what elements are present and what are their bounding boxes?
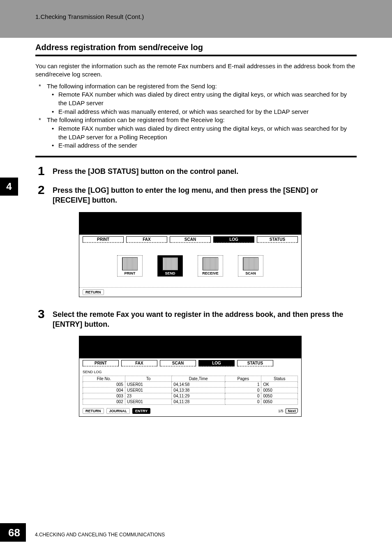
cell: 004 bbox=[83, 388, 125, 393]
breadcrumb: 1.Checking Transmission Result (Cont.) bbox=[35, 13, 392, 20]
tab-row: PRINT FAX SCAN LOG STATUS bbox=[79, 235, 301, 245]
icon-label: RECEIVE bbox=[199, 271, 222, 275]
page-indicator: 1/5 bbox=[278, 409, 284, 413]
cell: 0050 bbox=[261, 399, 298, 405]
screen-header bbox=[79, 212, 301, 235]
cell: 0 bbox=[225, 388, 261, 393]
tab-status[interactable]: STATUS bbox=[257, 236, 298, 243]
tab-fax[interactable]: FAX bbox=[121, 360, 157, 367]
send-icon bbox=[162, 257, 178, 270]
log-receive-button[interactable]: RECEIVE bbox=[198, 255, 223, 277]
tab-row: PRINT FAX SCAN LOG STATUS bbox=[79, 358, 301, 369]
scan-icon bbox=[243, 257, 258, 270]
tab-print[interactable]: PRINT bbox=[83, 360, 119, 367]
step-number: 1 bbox=[38, 165, 48, 177]
cell: 002 bbox=[83, 399, 125, 405]
list-item: The following information can be registe… bbox=[35, 116, 357, 150]
cell: 0 bbox=[225, 393, 261, 399]
tab-scan[interactable]: SCAN bbox=[170, 236, 211, 243]
icon-label: SEND bbox=[159, 271, 182, 275]
cell: 0050 bbox=[261, 388, 298, 393]
col-datetime: Date,Time bbox=[172, 376, 225, 382]
return-button[interactable]: RETURN bbox=[83, 289, 104, 295]
step-3: 3 Select the remote Fax you want to regi… bbox=[38, 308, 357, 330]
divider bbox=[35, 156, 357, 157]
table-row[interactable]: 005 USER01 04,14:58 1 OK bbox=[83, 382, 298, 388]
step-text: Press the [JOB STATUS] button on the con… bbox=[53, 165, 238, 177]
tab-print[interactable]: PRINT bbox=[83, 236, 124, 243]
list-title: SEND LOG bbox=[79, 369, 301, 376]
cell: 04,11:28 bbox=[172, 399, 225, 405]
cell: 04,11:29 bbox=[172, 393, 225, 399]
step-text: Press the [LOG] button to enter the log … bbox=[53, 184, 357, 205]
bottom-bar: RETURN JOURNAL ENTRY 1/5 Next bbox=[79, 407, 301, 416]
cell: 005 bbox=[83, 382, 125, 388]
tab-fax[interactable]: FAX bbox=[126, 236, 167, 243]
receive-icon bbox=[203, 257, 218, 270]
entry-button[interactable]: ENTRY bbox=[132, 408, 150, 414]
tab-log[interactable]: LOG bbox=[213, 236, 254, 243]
cell: 0050 bbox=[261, 393, 298, 399]
list-item-text: The following information can be registe… bbox=[47, 83, 217, 90]
icon-label: PRINT bbox=[118, 271, 141, 275]
cell: 04,14:58 bbox=[172, 382, 225, 388]
log-scan-button[interactable]: SCAN bbox=[238, 255, 263, 277]
col-pages: Pages bbox=[225, 376, 261, 382]
cell: USER01 bbox=[125, 399, 171, 405]
tab-log[interactable]: LOG bbox=[198, 360, 235, 367]
table-header-row: File No. To Date,Time Pages Status bbox=[83, 376, 298, 382]
list-item: The following information can be registe… bbox=[35, 82, 357, 116]
table-row[interactable]: 004 USER01 04,13:38 0 0050 bbox=[83, 388, 298, 393]
intro-text: You can register the information such as… bbox=[35, 62, 357, 79]
info-list: The following information can be registe… bbox=[35, 82, 357, 150]
pager: 1/5 Next bbox=[278, 409, 298, 413]
cell: 23 bbox=[125, 393, 171, 399]
cell: 003 bbox=[83, 393, 125, 399]
table-row[interactable]: 002 USER01 04,11:28 0 0050 bbox=[83, 399, 298, 405]
step-1: 1 Press the [JOB STATUS] button on the c… bbox=[38, 165, 357, 177]
col-status: Status bbox=[261, 376, 298, 382]
page-footer: 68 4.CHECKING AND CANCELING THE COMMUNIC… bbox=[0, 523, 165, 542]
tab-status[interactable]: STATUS bbox=[237, 360, 273, 367]
device-screen-send-log: PRINT FAX SCAN LOG STATUS SEND LOG File … bbox=[79, 336, 302, 417]
page-header: 1.Checking Transmission Result (Cont.) bbox=[0, 0, 392, 38]
cell: USER01 bbox=[125, 388, 171, 393]
screen-header bbox=[79, 336, 301, 358]
send-log-table: File No. To Date,Time Pages Status 005 U… bbox=[83, 376, 298, 405]
cell: USER01 bbox=[125, 382, 171, 388]
step-number: 3 bbox=[38, 308, 48, 330]
device-screen-log-menu: PRINT FAX SCAN LOG STATUS PRINT SEND REC… bbox=[79, 212, 302, 297]
cell: 0 bbox=[225, 399, 261, 405]
printer-icon bbox=[122, 257, 138, 270]
step-2: 2 Press the [LOG] button to enter the lo… bbox=[38, 184, 357, 205]
sub-list-item: E-mail address of the sender bbox=[47, 141, 357, 150]
table-row[interactable]: 003 23 04,11:29 0 0050 bbox=[83, 393, 298, 399]
section-title: Address registration from send/receive l… bbox=[35, 43, 357, 52]
list-item-text: The following information can be registe… bbox=[47, 116, 225, 123]
footer-chapter-title: 4.CHECKING AND CANCELING THE COMMUNICATI… bbox=[35, 532, 165, 542]
icon-label: SCAN bbox=[239, 271, 262, 275]
cell: 04,13:38 bbox=[172, 388, 225, 393]
page-number: 68 bbox=[0, 523, 26, 542]
col-file-no: File No. bbox=[83, 376, 125, 382]
cell: 1 bbox=[225, 382, 261, 388]
log-icon-row: PRINT SEND RECEIVE SCAN bbox=[79, 245, 301, 287]
chapter-tab: 4 bbox=[0, 178, 18, 196]
log-print-button[interactable]: PRINT bbox=[117, 255, 143, 277]
tab-scan[interactable]: SCAN bbox=[160, 360, 196, 367]
sub-list-item: Remote FAX number which was dialed by di… bbox=[47, 90, 357, 107]
divider bbox=[35, 55, 357, 56]
cell: OK bbox=[261, 382, 298, 388]
journal-button[interactable]: JOURNAL bbox=[106, 408, 130, 414]
sub-list-item: Remote FAX number which was dialed by di… bbox=[47, 125, 357, 141]
next-button[interactable]: Next bbox=[286, 409, 298, 413]
step-text: Select the remote Fax you want to regist… bbox=[53, 308, 357, 330]
return-button[interactable]: RETURN bbox=[83, 408, 104, 414]
step-number: 2 bbox=[38, 184, 48, 205]
bottom-bar: RETURN bbox=[79, 287, 301, 297]
col-to: To bbox=[125, 376, 171, 382]
sub-list-item: E-mail address which was manually entere… bbox=[47, 108, 357, 116]
log-send-button[interactable]: SEND bbox=[157, 255, 183, 277]
